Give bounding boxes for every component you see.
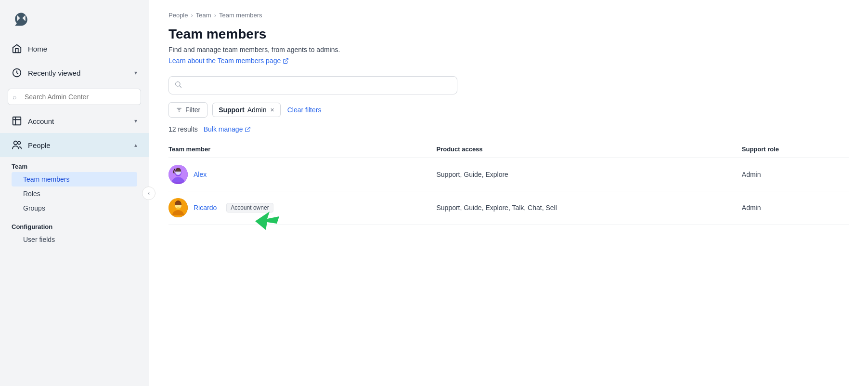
sidebar-item-home[interactable]: Home bbox=[0, 37, 149, 61]
avatar-alex bbox=[168, 165, 188, 184]
sidebar-item-recently-viewed-label: Recently viewed bbox=[28, 69, 80, 77]
svg-line-6 bbox=[180, 86, 181, 88]
filter-tag-support-admin: Support Admin × bbox=[212, 103, 281, 117]
member-name-ricardo[interactable]: Ricardo bbox=[194, 204, 217, 212]
search-admin-center-input[interactable] bbox=[8, 89, 141, 105]
breadcrumb-team-members[interactable]: Team members bbox=[219, 12, 262, 19]
sidebar-logo bbox=[0, 0, 149, 37]
sidebar-item-user-fields[interactable]: User fields bbox=[12, 232, 137, 247]
support-role-ricardo: Admin bbox=[742, 191, 849, 225]
member-cell-alex: Alex bbox=[168, 158, 436, 191]
main-search-icon bbox=[174, 80, 182, 90]
col-header-support-role: Support role bbox=[742, 141, 849, 158]
breadcrumb: People › Team › Team members bbox=[168, 12, 849, 19]
main-content: People › Team › Team members Team member… bbox=[149, 0, 868, 386]
svg-point-2 bbox=[14, 141, 17, 145]
product-access-alex: Support, Guide, Explore bbox=[436, 158, 741, 191]
sidebar-search-icon: ⌕ bbox=[13, 93, 16, 101]
avatar-alex-image bbox=[168, 165, 188, 184]
sidebar-item-account-label: Account bbox=[28, 117, 54, 125]
breadcrumb-team[interactable]: Team bbox=[196, 12, 211, 19]
sidebar-item-team-members[interactable]: Team members bbox=[12, 172, 137, 186]
filter-bar: Filter Support Admin × Clear filters bbox=[168, 102, 849, 118]
page-title: Team members bbox=[168, 27, 849, 42]
chevron-up-icon-people: ▴ bbox=[134, 142, 137, 148]
people-submenu: Team Team members Roles Groups Configura… bbox=[0, 157, 149, 249]
results-count: 12 results bbox=[168, 125, 198, 133]
clear-filters-button[interactable]: Clear filters bbox=[285, 103, 324, 117]
page-description: Find and manage team members, from agent… bbox=[168, 46, 849, 53]
filter-tag-close-button[interactable]: × bbox=[270, 106, 274, 114]
table-row: Alex Support, Guide, Explore Admin bbox=[168, 158, 849, 191]
external-link-icon-bulk bbox=[245, 126, 251, 133]
team-section: Team Team members Roles Groups bbox=[0, 157, 149, 217]
bulk-manage-label: Bulk manage bbox=[204, 125, 243, 133]
configuration-section: Configuration User fields bbox=[0, 217, 149, 249]
filter-tag-bold: Support bbox=[219, 106, 245, 114]
svg-point-3 bbox=[18, 142, 21, 145]
learn-link[interactable]: Learn about the Team members page bbox=[168, 57, 289, 65]
sidebar: Home Recently viewed ▾ ⌕ Account bbox=[0, 0, 149, 386]
zendesk-logo-icon bbox=[12, 10, 31, 29]
chevron-down-icon: ▾ bbox=[134, 69, 137, 76]
configuration-section-title: Configuration bbox=[12, 223, 137, 230]
svg-rect-1 bbox=[13, 117, 21, 125]
avatar-ricardo-image bbox=[168, 198, 188, 217]
filter-button-label: Filter bbox=[185, 106, 200, 114]
members-table: Team member Product access Support role bbox=[168, 141, 849, 225]
col-header-team-member: Team member bbox=[168, 141, 436, 158]
sidebar-item-home-label: Home bbox=[28, 45, 47, 53]
filter-icon bbox=[176, 106, 182, 113]
filter-button[interactable]: Filter bbox=[168, 102, 207, 118]
svg-point-17 bbox=[176, 207, 181, 210]
sidebar-item-roles[interactable]: Roles bbox=[12, 186, 137, 201]
team-section-title: Team bbox=[12, 163, 137, 170]
svg-point-5 bbox=[176, 82, 180, 86]
member-name-alex[interactable]: Alex bbox=[194, 171, 207, 178]
col-header-product-access: Product access bbox=[436, 141, 741, 158]
filter-tag-normal: Admin bbox=[247, 106, 267, 114]
table-row: Ricardo Account owner Support, Guide, Ex… bbox=[168, 191, 849, 225]
building-icon bbox=[12, 116, 22, 126]
sidebar-scrollable: Home Recently viewed ▾ ⌕ Account bbox=[0, 37, 149, 386]
results-row: 12 results Bulk manage bbox=[168, 125, 849, 133]
sidebar-item-people[interactable]: People ▴ bbox=[0, 133, 149, 157]
external-link-icon bbox=[283, 58, 289, 64]
breadcrumb-sep-1: › bbox=[191, 12, 193, 19]
account-owner-badge: Account owner bbox=[226, 203, 273, 213]
sidebar-item-recently-viewed[interactable]: Recently viewed ▾ bbox=[0, 61, 149, 85]
team-members-search-input[interactable] bbox=[168, 76, 457, 94]
svg-line-10 bbox=[247, 127, 250, 130]
svg-line-4 bbox=[285, 58, 288, 61]
home-icon bbox=[12, 43, 22, 54]
sidebar-item-people-label: People bbox=[28, 141, 51, 149]
chevron-down-icon-account: ▾ bbox=[134, 118, 137, 124]
sidebar-item-groups[interactable]: Groups bbox=[12, 201, 137, 215]
learn-link-text: Learn about the Team members page bbox=[168, 57, 281, 65]
svg-marker-18 bbox=[255, 212, 279, 230]
support-role-alex: Admin bbox=[742, 158, 849, 191]
breadcrumb-sep-2: › bbox=[214, 12, 216, 19]
bulk-manage-link[interactable]: Bulk manage bbox=[204, 125, 251, 133]
product-access-ricardo: Support, Guide, Explore, Talk, Chat, Sel… bbox=[436, 191, 741, 225]
sidebar-item-account[interactable]: Account ▾ bbox=[0, 109, 149, 133]
main-search-wrap bbox=[168, 76, 457, 94]
member-cell-ricardo: Ricardo Account owner bbox=[168, 191, 436, 225]
breadcrumb-people[interactable]: People bbox=[168, 12, 188, 19]
people-icon bbox=[12, 140, 22, 150]
clock-icon bbox=[12, 67, 22, 78]
green-arrow-indicator bbox=[255, 212, 279, 232]
search-wrap: ⌕ bbox=[0, 85, 149, 109]
chevron-left-icon: ‹ bbox=[148, 190, 150, 197]
avatar-ricardo bbox=[168, 198, 188, 217]
sidebar-collapse-button[interactable]: ‹ bbox=[142, 186, 155, 200]
